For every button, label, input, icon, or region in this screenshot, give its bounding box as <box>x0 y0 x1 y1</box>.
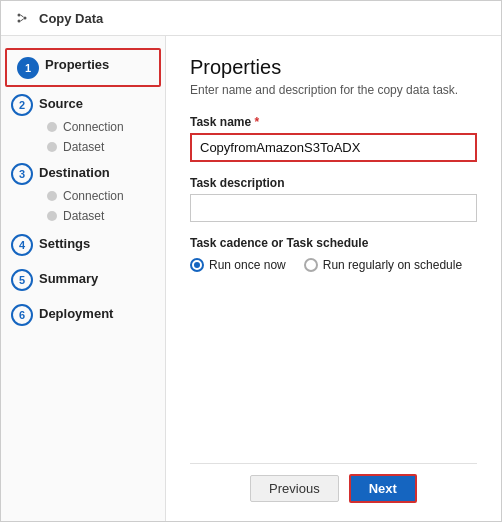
task-cadence-label: Task cadence or Task schedule <box>190 236 477 250</box>
step-number-5: 5 <box>11 269 33 291</box>
task-cadence-group: Task cadence or Task schedule Run once n… <box>190 236 477 272</box>
sidebar-item-deployment[interactable]: 6 Deployment <box>1 297 165 332</box>
step-number-4: 4 <box>11 234 33 256</box>
step-number-2: 2 <box>11 94 33 116</box>
step-number-1: 1 <box>17 57 39 79</box>
source-dataset-label: Dataset <box>63 140 104 154</box>
sidebar-item-destination[interactable]: 3 Destination Connection Dataset <box>1 158 165 227</box>
sidebar-label-properties: Properties <box>45 56 109 74</box>
task-description-input[interactable] <box>190 194 477 222</box>
destination-dataset-label: Dataset <box>63 209 104 223</box>
sidebar: 1 Properties 2 Source Connection <box>1 36 166 521</box>
source-dataset-dot <box>47 142 57 152</box>
sidebar-label-settings: Settings <box>39 235 90 253</box>
radio-run-once[interactable]: Run once now <box>190 258 286 272</box>
destination-dataset-dot <box>47 211 57 221</box>
radio-run-regularly-circle <box>304 258 318 272</box>
panel-subtitle: Enter name and description for the copy … <box>190 83 477 97</box>
next-button[interactable]: Next <box>349 474 417 503</box>
content-area: 1 Properties 2 Source Connection <box>1 36 501 521</box>
svg-point-2 <box>24 17 27 20</box>
sidebar-label-deployment: Deployment <box>39 305 113 323</box>
source-connection-dot <box>47 122 57 132</box>
svg-line-3 <box>21 15 24 17</box>
sidebar-item-properties[interactable]: 1 Properties <box>5 48 161 87</box>
radio-run-once-circle <box>190 258 204 272</box>
sidebar-label-source: Source <box>39 95 83 113</box>
radio-group: Run once now Run regularly on schedule <box>190 258 477 272</box>
step-number-6: 6 <box>11 304 33 326</box>
copy-data-icon <box>13 9 31 27</box>
destination-connection-dot <box>47 191 57 201</box>
task-description-label: Task description <box>190 176 477 190</box>
radio-run-once-label: Run once now <box>209 258 286 272</box>
footer: Previous Next <box>190 463 477 511</box>
source-sub-items: Connection Dataset <box>11 118 155 156</box>
sidebar-label-summary: Summary <box>39 270 98 288</box>
task-name-label: Task name * <box>190 115 477 129</box>
step-number-3: 3 <box>11 163 33 185</box>
destination-connection-label: Connection <box>63 189 124 203</box>
task-name-input[interactable] <box>190 133 477 162</box>
window-title: Copy Data <box>39 11 103 26</box>
destination-connection-item: Connection <box>47 187 155 205</box>
source-connection-item: Connection <box>47 118 155 136</box>
source-dataset-item: Dataset <box>47 138 155 156</box>
svg-point-1 <box>18 20 21 23</box>
destination-sub-items: Connection Dataset <box>11 187 155 225</box>
radio-run-regularly-label: Run regularly on schedule <box>323 258 462 272</box>
radio-run-regularly[interactable]: Run regularly on schedule <box>304 258 462 272</box>
copy-data-window: Copy Data 1 Properties 2 Source <box>0 0 502 522</box>
main-panel: Properties Enter name and description fo… <box>166 36 501 521</box>
title-bar: Copy Data <box>1 1 501 36</box>
previous-button[interactable]: Previous <box>250 475 339 502</box>
svg-line-4 <box>21 19 24 21</box>
panel-title: Properties <box>190 56 477 79</box>
sidebar-item-settings[interactable]: 4 Settings <box>1 227 165 262</box>
task-name-required: * <box>255 115 260 129</box>
task-description-group: Task description <box>190 176 477 222</box>
sidebar-label-destination: Destination <box>39 164 110 182</box>
sidebar-item-source[interactable]: 2 Source Connection Dataset <box>1 89 165 158</box>
destination-dataset-item: Dataset <box>47 207 155 225</box>
svg-point-0 <box>18 14 21 17</box>
sidebar-item-summary[interactable]: 5 Summary <box>1 262 165 297</box>
source-connection-label: Connection <box>63 120 124 134</box>
task-name-group: Task name * <box>190 115 477 162</box>
